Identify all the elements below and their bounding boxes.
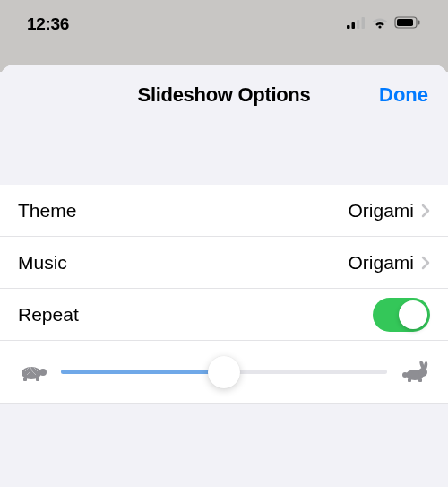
- music-row[interactable]: Music Origami: [0, 237, 448, 289]
- svg-rect-1: [352, 22, 356, 29]
- options-sheet: Slideshow Options Done Theme Origami Mus…: [0, 65, 448, 487]
- theme-value: Origami: [348, 200, 414, 222]
- svg-rect-3: [362, 17, 366, 29]
- theme-row[interactable]: Theme Origami: [0, 185, 448, 237]
- chevron-right-icon: [421, 256, 430, 270]
- svg-point-16: [402, 372, 408, 378]
- status-time: 12:36: [27, 14, 69, 34]
- svg-rect-17: [408, 378, 411, 382]
- sheet-bottom-space: [0, 404, 448, 487]
- svg-rect-18: [418, 378, 422, 382]
- svg-rect-0: [347, 25, 350, 29]
- status-icons: [347, 16, 421, 32]
- sheet-header: Slideshow Options Done: [0, 65, 448, 185]
- sheet-backdrop: 12:36: [0, 0, 448, 72]
- speed-slider-row: [0, 341, 448, 404]
- speed-slider[interactable]: [61, 356, 387, 388]
- status-bar: 12:36: [0, 0, 448, 39]
- wifi-icon: [371, 16, 389, 32]
- repeat-toggle[interactable]: [373, 298, 430, 332]
- cellular-icon: [347, 16, 366, 32]
- music-value: Origami: [348, 252, 414, 274]
- svg-rect-10: [23, 378, 27, 381]
- svg-point-9: [39, 369, 47, 376]
- repeat-label: Repeat: [18, 304, 79, 326]
- svg-rect-2: [357, 20, 360, 29]
- repeat-row: Repeat: [0, 289, 448, 341]
- slider-track-fill: [61, 370, 224, 374]
- battery-icon: [394, 16, 421, 32]
- slider-thumb[interactable]: [208, 356, 240, 388]
- svg-point-4: [378, 25, 381, 28]
- rabbit-icon: [400, 361, 430, 383]
- options-list: Theme Origami Music Origami Repeat: [0, 185, 448, 404]
- turtle-icon: [18, 362, 48, 382]
- theme-label: Theme: [18, 200, 76, 222]
- chevron-right-icon: [421, 204, 430, 218]
- toggle-knob: [399, 300, 427, 329]
- svg-rect-11: [36, 378, 39, 381]
- done-button[interactable]: Done: [379, 83, 428, 107]
- svg-rect-6: [397, 19, 413, 26]
- svg-rect-7: [418, 21, 420, 25]
- music-label: Music: [18, 252, 67, 274]
